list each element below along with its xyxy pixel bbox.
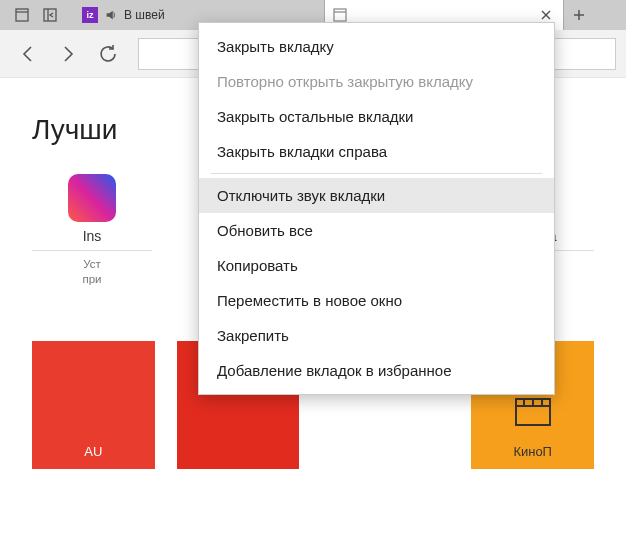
back-button[interactable] <box>10 36 46 72</box>
svg-rect-4 <box>334 9 346 21</box>
menu-item[interactable]: Закрыть вкладки справа <box>199 134 554 169</box>
menu-item[interactable]: Закрыть остальные вкладки <box>199 99 554 134</box>
menu-item[interactable]: Копировать <box>199 248 554 283</box>
refresh-button[interactable] <box>90 36 126 72</box>
menu-item: Повторно открыть закрытую вкладку <box>199 64 554 99</box>
card-name: Ins <box>83 228 102 244</box>
tab-close-button[interactable] <box>537 10 555 20</box>
tile-label: КиноП <box>513 444 552 459</box>
tab-overview-button[interactable] <box>10 3 34 27</box>
menu-separator <box>211 173 542 174</box>
set-aside-tabs-button[interactable] <box>38 3 62 27</box>
svg-rect-0 <box>16 9 28 21</box>
card-subtitle: Устпри <box>82 257 101 287</box>
film-icon <box>515 398 551 426</box>
forward-button[interactable] <box>50 36 86 72</box>
titlebar-left <box>0 0 62 30</box>
menu-item[interactable]: Обновить все <box>199 213 554 248</box>
divider <box>32 250 152 251</box>
menu-item[interactable]: Добавление вкладок в избранное <box>199 353 554 388</box>
menu-item[interactable]: Переместить в новое окно <box>199 283 554 318</box>
tab-title: В швей <box>124 8 165 22</box>
tile[interactable]: AU <box>32 341 155 469</box>
instagram-icon <box>68 174 116 222</box>
favicon-iz: iz <box>82 7 98 23</box>
new-tab-button[interactable] <box>564 0 594 30</box>
tab-audio-icon[interactable] <box>104 8 118 22</box>
app-card[interactable]: Ins Устпри <box>32 174 152 287</box>
menu-item[interactable]: Закрепить <box>199 318 554 353</box>
tab-context-menu: Закрыть вкладкуПовторно открыть закрытую… <box>198 22 555 395</box>
favicon-blank-icon <box>333 8 347 22</box>
menu-item[interactable]: Отключить звук вкладки <box>199 178 554 213</box>
tile-label: AU <box>84 444 102 459</box>
menu-item[interactable]: Закрыть вкладку <box>199 29 554 64</box>
